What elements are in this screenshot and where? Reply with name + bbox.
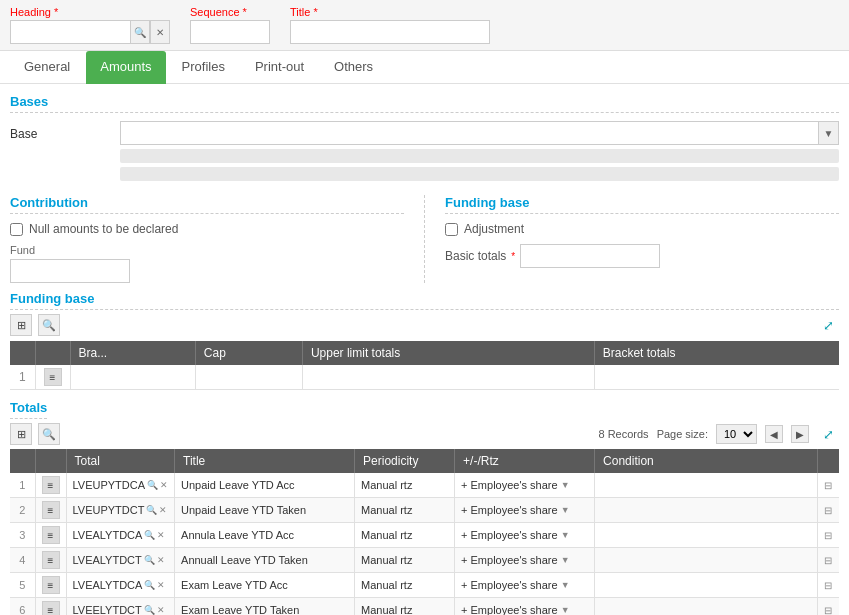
row-edit-icon[interactable]: ≡ — [44, 368, 62, 386]
totals-row: 5 ≡ LVEALYTDCA 🔍 ✕ Exam Leave YTD Acc Ma… — [10, 573, 839, 598]
funding-base-table-section: Funding base ⊞ 🔍 ⤢ Bra... Cap Upper limi… — [10, 291, 839, 390]
heading-label: Heading * — [10, 6, 170, 18]
search-icon[interactable]: 🔍 — [146, 505, 157, 515]
row-edit-icon[interactable]: ≡ — [42, 551, 60, 569]
funding-base-title: Funding base — [445, 195, 839, 214]
row-edit-icon[interactable]: ≡ — [42, 576, 60, 594]
clear-icon[interactable]: ✕ — [157, 530, 165, 540]
title-input[interactable]: Common RTZ — [290, 20, 490, 44]
tab-amounts[interactable]: Amounts — [86, 51, 165, 84]
sequence-input[interactable]: 8070 — [190, 20, 270, 44]
row-num: 2 — [10, 498, 35, 523]
next-page-btn[interactable]: ▶ — [791, 425, 809, 443]
title-field: Title * Common RTZ — [290, 6, 490, 44]
rtz-dropdown-icon[interactable]: ▼ — [561, 605, 570, 615]
adjustment-row: Adjustment — [445, 222, 839, 236]
rtz-dropdown-icon[interactable]: ▼ — [561, 505, 570, 515]
row-num: 4 — [10, 548, 35, 573]
row-icon-cell: ≡ — [35, 548, 66, 573]
rtz-dropdown-icon[interactable]: ▼ — [561, 580, 570, 590]
row-icon-cell: ≡ — [35, 365, 70, 390]
basic-totals-label: Basic totals — [445, 249, 506, 263]
rtz-dropdown-icon[interactable]: ▼ — [561, 480, 570, 490]
row-edit-icon[interactable]: ≡ — [42, 476, 60, 494]
heading-input[interactable]: RTZ — [10, 20, 130, 44]
tcol-rtz: +/-/Rtz — [455, 449, 595, 473]
search-row-icon[interactable]: 🔍 — [38, 314, 60, 336]
heading-field: Heading * RTZ 🔍 ✕ — [10, 6, 170, 44]
totals-row: 3 ≡ LVEALYTDCA 🔍 ✕ Annula Leave YTD Acc … — [10, 523, 839, 548]
null-amounts-label: Null amounts to be declared — [29, 222, 178, 236]
row-icon-cell: ≡ — [35, 598, 66, 616]
row-action-icon[interactable]: ⊟ — [817, 598, 839, 616]
totals-section: Totals ⊞ 🔍 8 Records Page size: 10 25 50… — [10, 400, 839, 615]
fund-input[interactable] — [10, 259, 130, 283]
prev-page-btn[interactable]: ◀ — [765, 425, 783, 443]
tab-general[interactable]: General — [10, 51, 84, 84]
row-action-icon[interactable]: ⊟ — [817, 498, 839, 523]
search-icon[interactable]: 🔍 — [144, 580, 155, 590]
row-edit-icon[interactable]: ≡ — [42, 526, 60, 544]
clear-icon[interactable]: ✕ — [157, 555, 165, 565]
base-input[interactable] — [120, 121, 819, 145]
row-action-icon[interactable]: ⊟ — [817, 573, 839, 598]
row-edit-icon[interactable]: ≡ — [42, 501, 60, 519]
tab-profiles[interactable]: Profiles — [168, 51, 239, 84]
row-rtz: + Employee's share ▼ — [455, 473, 595, 498]
null-amounts-checkbox[interactable] — [10, 223, 23, 236]
sequence-label: Sequence * — [190, 6, 270, 18]
totals-toolbar: ⊞ 🔍 8 Records Page size: 10 25 50 ◀ ▶ ⤢ — [10, 423, 839, 445]
bases-section: Bases Base ▼ — [10, 94, 839, 185]
row-rtz: + Employee's share ▼ — [455, 548, 595, 573]
row-action-icon[interactable]: ⊟ — [817, 523, 839, 548]
tab-print-out[interactable]: Print-out — [241, 51, 318, 84]
clear-icon[interactable]: ✕ — [160, 480, 168, 490]
records-text: 8 Records — [598, 428, 648, 440]
totals-search-icon[interactable]: 🔍 — [38, 423, 60, 445]
clear-icon[interactable]: ✕ — [157, 580, 165, 590]
search-icon[interactable]: 🔍 — [144, 605, 155, 615]
contrib-funding-row: Contribution Null amounts to be declared… — [10, 195, 839, 283]
clear-icon[interactable]: ✕ — [159, 505, 167, 515]
funding-base-table: Bra... Cap Upper limit totals Bracket to… — [10, 341, 839, 390]
page-size-label: Page size: — [657, 428, 708, 440]
row-total: LVEALYTDCA 🔍 ✕ — [66, 523, 175, 548]
row-title: Annuall Leave YTD Taken — [175, 548, 355, 573]
row-rtz: + Employee's share ▼ — [455, 523, 595, 548]
totals-add-icon[interactable]: ⊞ — [10, 423, 32, 445]
clear-icon[interactable]: ✕ — [157, 605, 165, 615]
add-row-icon[interactable]: ⊞ — [10, 314, 32, 336]
base-gray-bar-1 — [120, 149, 839, 163]
sequence-field: Sequence * 8070 — [190, 6, 270, 44]
adjustment-checkbox[interactable] — [445, 223, 458, 236]
row-action-icon[interactable]: ⊟ — [817, 548, 839, 573]
search-icon[interactable]: 🔍 — [144, 555, 155, 565]
tcol-periodicity: Periodicity — [355, 449, 455, 473]
col-upper-limit: Upper limit totals — [302, 341, 594, 365]
tab-others[interactable]: Others — [320, 51, 387, 84]
fund-field: Fund — [10, 244, 404, 283]
row-action-icon[interactable]: ⊟ — [817, 473, 839, 498]
base-inputs: ▼ — [120, 121, 839, 185]
base-dropdown-icon[interactable]: ▼ — [819, 121, 839, 145]
search-icon[interactable]: 🔍 — [144, 530, 155, 540]
row-total: LVEALYTDCT 🔍 ✕ — [66, 548, 175, 573]
rtz-dropdown-icon[interactable]: ▼ — [561, 530, 570, 540]
tcol-total: Total — [66, 449, 175, 473]
heading-clear-icon[interactable]: ✕ — [150, 20, 170, 44]
contribution-title: Contribution — [10, 195, 404, 214]
rtz-dropdown-icon[interactable]: ▼ — [561, 555, 570, 565]
adjustment-label: Adjustment — [464, 222, 524, 236]
page-size-select[interactable]: 10 25 50 — [716, 424, 757, 444]
row-title: Unpaid Leave YTD Acc — [175, 473, 355, 498]
search-icon[interactable]: 🔍 — [147, 480, 158, 490]
expand-icon[interactable]: ⤢ — [817, 314, 839, 336]
table-row: 1 ≡ — [10, 365, 839, 390]
row-upper — [302, 365, 594, 390]
row-num: 6 — [10, 598, 35, 616]
heading-search-icon[interactable]: 🔍 — [130, 20, 150, 44]
row-edit-icon[interactable]: ≡ — [42, 601, 60, 615]
basic-totals-input[interactable] — [520, 244, 660, 268]
row-periodicity: Manual rtz — [355, 598, 455, 616]
totals-expand-icon[interactable]: ⤢ — [817, 423, 839, 445]
